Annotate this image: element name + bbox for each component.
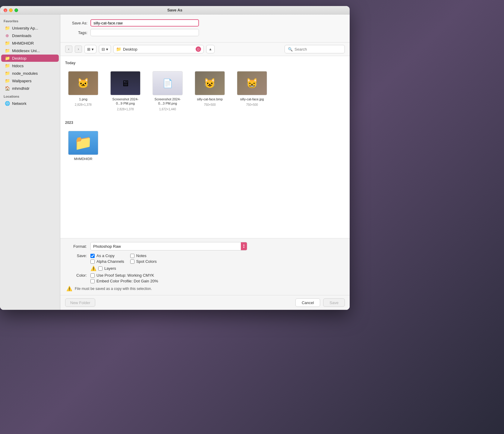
chevron-down-icon: ▾ xyxy=(92,47,94,52)
folder-icon: 📁 xyxy=(5,41,10,46)
search-input[interactable] xyxy=(295,47,342,52)
folder-icon: 📁 xyxy=(5,78,10,83)
layers-row: ⚠️ Layers xyxy=(90,266,344,271)
embed-color-label: Embed Color Profile: Dot Gain 20% xyxy=(96,279,158,283)
warning-row: ⚠️ File must be saved as a copy with thi… xyxy=(66,286,344,291)
layers-option: Layers xyxy=(98,266,116,271)
home-icon: 🏠 xyxy=(5,86,10,91)
file-thumbnail-1png xyxy=(68,71,98,95)
bottom-panel: Format: Photoshop Raw ▲ ▼ Save: xyxy=(60,238,350,295)
file-thumbnail-catbmp xyxy=(195,71,225,95)
search-box[interactable]: 🔍 xyxy=(285,45,345,53)
sidebar-item-node-modules[interactable]: 📁 node_modules xyxy=(1,70,59,77)
folder-icon: 📁 xyxy=(5,56,10,61)
file-name-catjpg: silly-cat-face.jpg xyxy=(240,97,264,101)
color-checkboxes: Use Proof Setup: Working CMYK Embed Colo… xyxy=(90,273,158,283)
use-proof-setup-checkbox[interactable] xyxy=(90,273,95,278)
file-size-catbmp: 750×500 xyxy=(204,103,216,106)
layers-checkbox[interactable] xyxy=(98,266,102,271)
format-select[interactable]: Photoshop Raw ▲ ▼ xyxy=(90,242,247,250)
sidebar-item-label: htdocs xyxy=(12,64,24,68)
file-browser: Today 1.png 2,828×1,378 Screenshot 2024-… xyxy=(60,56,350,238)
expand-button[interactable]: ▲ xyxy=(206,45,215,53)
sidebar-item-home[interactable]: 🏠 mhmdhidr xyxy=(1,85,59,92)
color-row: Color: Use Proof Setup: Working CMYK Emb… xyxy=(66,273,344,283)
sidebar-item-downloads[interactable]: ⊕ Downloads xyxy=(1,32,59,39)
sidebar-item-label: University Ap... xyxy=(12,26,38,30)
back-button[interactable]: ‹ xyxy=(65,46,72,53)
save-options-row: Save: As a Copy Notes Alpha Channels xyxy=(66,253,344,264)
file-thumbnail-screen1 xyxy=(110,71,140,95)
forward-button[interactable]: › xyxy=(75,46,82,53)
alpha-channels-option: Alpha Channels xyxy=(90,259,124,264)
downloads-icon: ⊕ xyxy=(5,33,10,38)
format-row: Format: Photoshop Raw ▲ ▼ xyxy=(66,242,344,250)
file-size-catjpg: 750×500 xyxy=(246,103,258,106)
file-item-folder-mhmdhidr[interactable]: MHMDHIDR xyxy=(65,128,101,163)
layers-label: Layers xyxy=(104,266,116,271)
file-name-screen2: Screenshot 2024-0...3 PM.png xyxy=(152,97,183,106)
spot-colors-option: Spot Colors xyxy=(130,259,164,264)
warning-triangle-icon: ⚠️ xyxy=(66,286,72,291)
list-icon: ⊟ xyxy=(102,47,105,52)
new-folder-button[interactable]: New Folder xyxy=(65,298,95,307)
sidebar-item-network[interactable]: 🌐 Network xyxy=(1,100,59,107)
save-label: Save: xyxy=(66,253,90,258)
icon-view-button[interactable]: ⊞ ▾ xyxy=(84,45,96,53)
save-checkboxes: As a Copy Notes Alpha Channels Spot xyxy=(90,253,164,264)
save-as-label: Save As: xyxy=(66,21,90,25)
folder-icon: 📁 xyxy=(5,48,10,53)
format-label: Format: xyxy=(66,244,90,249)
file-size-1png: 2,828×1,378 xyxy=(75,103,92,106)
file-name-catbmp: silly-cat-face.bmp xyxy=(197,97,223,101)
tags-input[interactable] xyxy=(90,29,199,36)
location-dropdown[interactable]: 📁 Desktop ⟨⟩ xyxy=(113,45,204,53)
file-item-1png[interactable]: 1.png 2,828×1,378 xyxy=(65,69,101,113)
file-name-1png: 1.png xyxy=(79,97,87,101)
spot-colors-checkbox[interactable] xyxy=(130,259,134,264)
folder-icon: 📁 xyxy=(5,71,10,76)
notes-checkbox[interactable] xyxy=(130,254,134,258)
grid-icon: ⊞ xyxy=(87,47,90,52)
file-item-screen2[interactable]: Screenshot 2024-0...3 PM.png 1,672×1,440 xyxy=(150,69,186,113)
file-size-screen2: 1,672×1,440 xyxy=(159,108,176,111)
sidebar-item-desktop[interactable]: 📁 Desktop xyxy=(1,55,59,62)
location-stepper[interactable]: ⟨⟩ xyxy=(196,46,201,52)
alpha-channels-checkbox[interactable] xyxy=(90,259,95,264)
sidebar-item-wallpapers[interactable]: 📁 Wallpapers xyxy=(1,77,59,84)
2023-header: 2023 xyxy=(65,121,345,125)
file-item-screen1[interactable]: Screenshot 2024-0...9 PM.png 2,828×1,378 xyxy=(107,69,143,113)
chevron-down-icon: ▾ xyxy=(106,47,108,52)
as-a-copy-checkbox[interactable] xyxy=(90,254,95,258)
save-as-input[interactable] xyxy=(90,19,199,27)
sidebar-item-label: Network xyxy=(12,101,27,106)
cancel-button[interactable]: Cancel xyxy=(295,298,320,307)
sidebar-item-label: node_modules xyxy=(12,71,38,76)
minimize-button[interactable] xyxy=(9,8,13,12)
2023-file-grid: MHMDHIDR xyxy=(65,128,345,163)
maximize-button[interactable] xyxy=(14,8,18,12)
file-thumbnail-catjpg xyxy=(237,71,267,95)
format-stepper[interactable]: ▲ ▼ xyxy=(241,242,247,250)
format-value: Photoshop Raw xyxy=(93,244,121,249)
sidebar-item-mhmdhidr[interactable]: 📁 MHMDHIDR xyxy=(1,39,59,47)
sidebar-item-label: MHMDHIDR xyxy=(12,41,34,46)
sidebar-item-htdocs[interactable]: 📁 htdocs xyxy=(1,62,59,69)
sidebar-item-label: Downloads xyxy=(12,33,31,38)
folder-icon: 📁 xyxy=(5,63,10,68)
as-a-copy-option: As a Copy xyxy=(90,253,124,258)
sidebar-item-university-ap[interactable]: 📁 University Ap... xyxy=(1,24,59,32)
file-item-catbmp[interactable]: silly-cat-face.bmp 750×500 xyxy=(192,69,228,113)
sidebar: Favorites 📁 University Ap... ⊕ Downloads… xyxy=(0,14,60,310)
action-buttons: Cancel Save xyxy=(295,298,345,307)
embed-color-option: Embed Color Profile: Dot Gain 20% xyxy=(90,279,158,283)
save-button[interactable]: Save xyxy=(323,298,345,307)
search-icon: 🔍 xyxy=(288,47,293,52)
sidebar-item-middlesex-uni[interactable]: 📁 Middlesex Uni... xyxy=(1,47,59,54)
tags-label: Tags: xyxy=(66,30,90,35)
list-view-button[interactable]: ⊟ ▾ xyxy=(99,45,111,53)
embed-color-checkbox[interactable] xyxy=(90,279,95,283)
color-label: Color: xyxy=(66,273,90,278)
file-item-catjpg[interactable]: silly-cat-face.jpg 750×500 xyxy=(234,69,270,113)
toolbar: ‹ › ⊞ ▾ ⊟ ▾ 📁 Desktop ⟨⟩ ▲ 🔍 xyxy=(60,42,350,56)
